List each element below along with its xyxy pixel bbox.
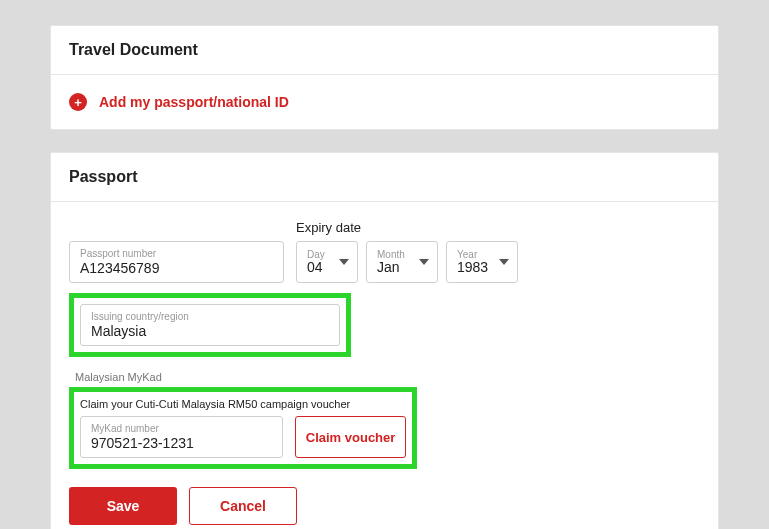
mykad-number-label: MyKad number xyxy=(91,423,272,434)
passport-form: Passport number A123456789 Expiry date D… xyxy=(51,202,718,529)
issuing-country-value: Malaysia xyxy=(91,323,329,339)
select-value: Jan xyxy=(377,260,405,275)
expiry-selects: Day04 MonthJan Year1983 xyxy=(296,241,518,283)
add-passport-link[interactable]: Add my passport/national ID xyxy=(99,94,289,110)
actions-row: Save Cancel xyxy=(69,487,700,525)
page-root: Travel Document + Add my passport/nation… xyxy=(0,0,769,529)
expiry-day-select[interactable]: Day04 xyxy=(296,241,358,283)
mykad-row: MyKad number 970521-23-1231 Claim vouche… xyxy=(80,416,406,458)
expiry-label: Expiry date xyxy=(296,220,518,235)
issuing-country-input[interactable]: Issuing country/region Malaysia xyxy=(80,304,340,346)
travel-document-title: Travel Document xyxy=(51,26,718,75)
passport-number-value: A123456789 xyxy=(80,260,273,276)
issuing-country-label: Issuing country/region xyxy=(91,311,329,322)
passport-title: Passport xyxy=(51,153,718,202)
chevron-down-icon xyxy=(419,259,429,265)
cancel-button[interactable]: Cancel xyxy=(189,487,297,525)
mykad-claim-text: Claim your Cuti-Cuti Malaysia RM50 campa… xyxy=(80,398,406,410)
expiry-year-select[interactable]: Year1983 xyxy=(446,241,518,283)
select-value: 1983 xyxy=(457,260,488,275)
select-value: 04 xyxy=(307,260,325,275)
passport-number-input[interactable]: Passport number A123456789 xyxy=(69,241,284,283)
issuing-highlight: Issuing country/region Malaysia xyxy=(69,293,351,357)
expiry-month-select[interactable]: MonthJan xyxy=(366,241,438,283)
claim-voucher-button[interactable]: Claim voucher xyxy=(295,416,406,458)
chevron-down-icon xyxy=(499,259,509,265)
passport-card: Passport Passport number A123456789 Expi… xyxy=(50,152,719,529)
travel-document-card: Travel Document + Add my passport/nation… xyxy=(50,25,719,130)
passport-number-label: Passport number xyxy=(80,248,273,259)
mykad-number-input[interactable]: MyKad number 970521-23-1231 xyxy=(80,416,283,458)
plus-icon: + xyxy=(69,93,87,111)
mykad-section-title: Malaysian MyKad xyxy=(75,371,700,383)
mykad-number-value: 970521-23-1231 xyxy=(91,435,272,451)
chevron-down-icon xyxy=(339,259,349,265)
save-button[interactable]: Save xyxy=(69,487,177,525)
add-passport-row[interactable]: + Add my passport/national ID xyxy=(51,75,718,129)
expiry-group: Expiry date Day04 MonthJan Year1983 xyxy=(296,220,518,283)
mykad-highlight: Claim your Cuti-Cuti Malaysia RM50 campa… xyxy=(69,387,417,469)
passport-row-1: Passport number A123456789 Expiry date D… xyxy=(69,220,700,283)
